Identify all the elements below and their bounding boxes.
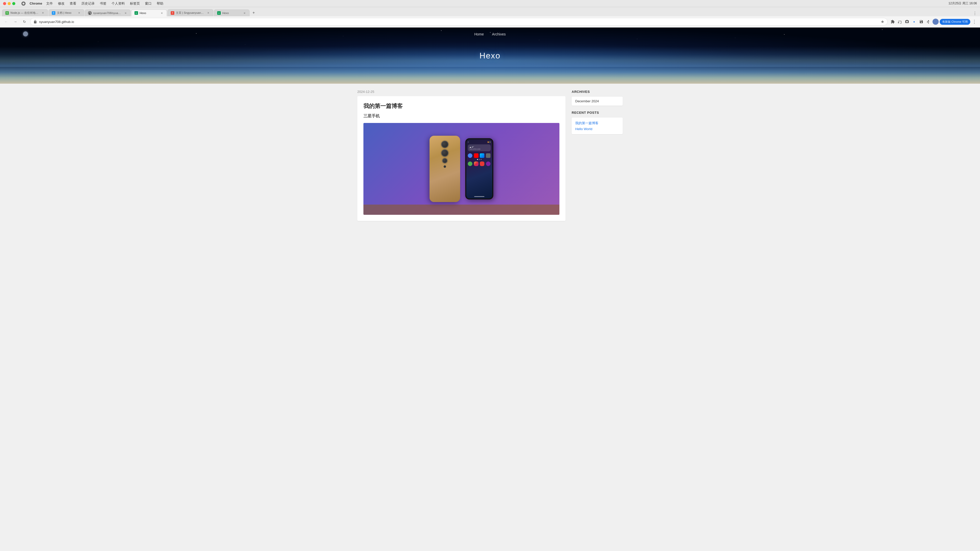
phone-dock [468, 162, 491, 166]
bookmark-star-icon[interactable] [881, 20, 884, 24]
tab-label-github: syuanyuan708/syuanyuan70... [93, 11, 122, 14]
hero-section: Home Archives Hexo [0, 27, 980, 84]
archives-card: December 2024 [572, 97, 623, 106]
menu-view[interactable]: 查看 [70, 1, 76, 6]
tab-hexo2[interactable]: H Hexo ✕ [214, 10, 250, 16]
phone-screen: 8° 📶 🔋 ☁ 8° Today will be cooler [466, 139, 492, 198]
menu-history[interactable]: 历史记录 [81, 1, 95, 6]
nav-home[interactable]: Home [474, 32, 484, 36]
app-title: Chrome [30, 2, 42, 5]
tab-close-mail[interactable]: ✕ [207, 11, 210, 15]
phone-icon-misc [486, 153, 490, 158]
archives-title: ARCHIVES [572, 90, 623, 94]
menu-bar[interactable]: 文件 修改 查看 历史记录 书签 个人资料 标签页 窗口 帮助 [46, 1, 163, 6]
blog-section: 2024-12-25 我的第一篇博客 三星手机 [357, 90, 566, 221]
profile-avatar[interactable] [932, 19, 939, 25]
phone-app-grid [468, 153, 491, 158]
camera-flash [444, 165, 446, 168]
time-display: 12月25日 周三 16:06 [948, 1, 977, 6]
maximize-button[interactable] [12, 2, 15, 5]
browser-chrome: N Node.js — 在任何地方运行 Ja... ✕ 文 文档 | Hexo … [0, 7, 980, 27]
phone-scene: 8° 📶 🔋 ☁ 8° Today will be cooler [363, 123, 559, 215]
site-nav: Home Archives [474, 32, 506, 36]
tab-close-hexo-docs[interactable]: ✕ [77, 11, 81, 15]
tab-favicon-hexo-docs: 文 [52, 11, 56, 15]
new-tab-button[interactable]: + [250, 9, 257, 16]
phone-weather-text: ☁ 8° [469, 146, 489, 148]
tab-close-nodejs[interactable]: ✕ [41, 11, 45, 15]
address-bar[interactable]: syuanyuan708.github.io [30, 18, 888, 25]
phone-icon-app3 [486, 162, 490, 166]
toolbar-actions: ● 有新版 Chrome 可用 ⋮ [890, 19, 977, 25]
phone-dots [468, 159, 491, 160]
system-tray: 12月25日 周三 16:06 [948, 1, 977, 6]
chrome-cast-icon[interactable] [897, 19, 903, 25]
chrome-logo-icon [21, 2, 25, 6]
camera-lens-1 [441, 141, 449, 148]
tab-close-hexo2[interactable]: ✕ [243, 11, 246, 15]
reload-button[interactable]: ↻ [21, 18, 28, 25]
tab-label-mail: 主页 | Sngyuanyuan@gmail.co... [176, 11, 205, 15]
screenshot-icon[interactable] [904, 19, 910, 25]
lock-icon [33, 20, 37, 24]
home-bar [474, 196, 484, 197]
tab-favicon-github [88, 11, 92, 15]
tab-label-hexo-docs: 文档 | Hexo [57, 11, 76, 15]
minimize-button[interactable] [8, 2, 11, 5]
archives-item-dec2024[interactable]: December 2024 [572, 97, 623, 106]
dot-active [477, 159, 478, 160]
tab-hexo-docs[interactable]: 文 文档 | Hexo ✕ [48, 9, 84, 16]
phone-icon-phone [468, 162, 473, 166]
menu-edit[interactable]: 修改 [58, 1, 65, 6]
phone-back [430, 136, 460, 202]
menu-profile[interactable]: 个人资料 [111, 1, 125, 6]
dot-inactive-1 [479, 159, 480, 160]
tabs-bar: N Node.js — 在任何地方运行 Ja... ✕ 文 文档 | Hexo … [0, 7, 980, 16]
tab-close-hexo-active[interactable]: ✕ [160, 11, 164, 15]
phone-status-bar: 8° 📶 🔋 [468, 141, 491, 143]
recent-posts-title: RECENT POSTS [572, 111, 623, 114]
post-image: 8° 📶 🔋 ☁ 8° Today will be cooler [363, 123, 559, 215]
close-button[interactable] [3, 2, 6, 5]
menu-tabs[interactable]: 标签页 [130, 1, 140, 6]
tab-close-github[interactable]: ✕ [124, 11, 127, 15]
recent-posts-card: 我的第一篇博客 Hello World [572, 118, 623, 134]
tab-nodejs[interactable]: N Node.js — 在任何地方运行 Ja... ✕ [2, 9, 48, 16]
back-button[interactable]: ← [3, 18, 10, 25]
post-card: 我的第一篇博客 三星手机 [357, 96, 566, 221]
phone-icon-youtube [474, 153, 479, 158]
site-title: Hexo [0, 51, 980, 60]
window-controls[interactable] [3, 2, 15, 5]
save-page-icon[interactable] [918, 19, 924, 25]
camera-lens-3 [442, 158, 447, 163]
recent-post-link-2[interactable]: Hello World [572, 126, 623, 132]
menu-icon[interactable]: ⋮ [971, 19, 977, 25]
phone-front: 8° 📶 🔋 ☁ 8° Today will be cooler [465, 138, 493, 200]
website-content: Home Archives Hexo 2024-12-25 我的第一篇博客 三星… [0, 27, 980, 227]
post-title[interactable]: 我的第一篇博客 [363, 102, 559, 110]
browser-toolbar: ← → ↻ syuanyuan708.github.io ● [0, 16, 980, 27]
menu-bookmarks[interactable]: 书签 [100, 1, 107, 6]
sidebar: ARCHIVES December 2024 RECENT POSTS 我的第一… [572, 90, 623, 221]
tab-favicon-hexo2: H [217, 11, 221, 15]
phone-screen-ui: 8° 📶 🔋 ☁ 8° Today will be cooler [466, 139, 492, 168]
forward-button[interactable]: → [12, 18, 19, 25]
nav-archives[interactable]: Archives [492, 32, 506, 36]
tab-label-hexo2: Hexo [222, 11, 241, 14]
post-subtitle: 三星手机 [363, 114, 559, 119]
tab-hexo-active[interactable]: H Hexo ✕ [131, 10, 167, 16]
color-icon[interactable]: ● [911, 19, 917, 25]
recent-post-link-1[interactable]: 我的第一篇博客 [572, 120, 623, 126]
menu-window[interactable]: 窗口 [145, 1, 151, 6]
hero-horizon [0, 61, 980, 84]
menu-file[interactable]: 文件 [46, 1, 53, 6]
update-chrome-button[interactable]: 有新版 Chrome 可用 [940, 19, 970, 25]
phone-weather-widget: ☁ 8° Today will be cooler [468, 144, 491, 151]
settings-icon[interactable] [925, 19, 932, 25]
phone-icon-chrome [468, 153, 473, 158]
tab-github[interactable]: syuanyuan708/syuanyuan70... ✕ [85, 10, 130, 16]
tab-mail[interactable]: 主 主页 | Sngyuanyuan@gmail.co... ✕ [167, 9, 213, 16]
menu-help[interactable]: 帮助 [157, 1, 163, 6]
tab-strip-expand-button[interactable]: ⋮ [972, 10, 978, 16]
extensions-icon[interactable] [890, 19, 896, 25]
